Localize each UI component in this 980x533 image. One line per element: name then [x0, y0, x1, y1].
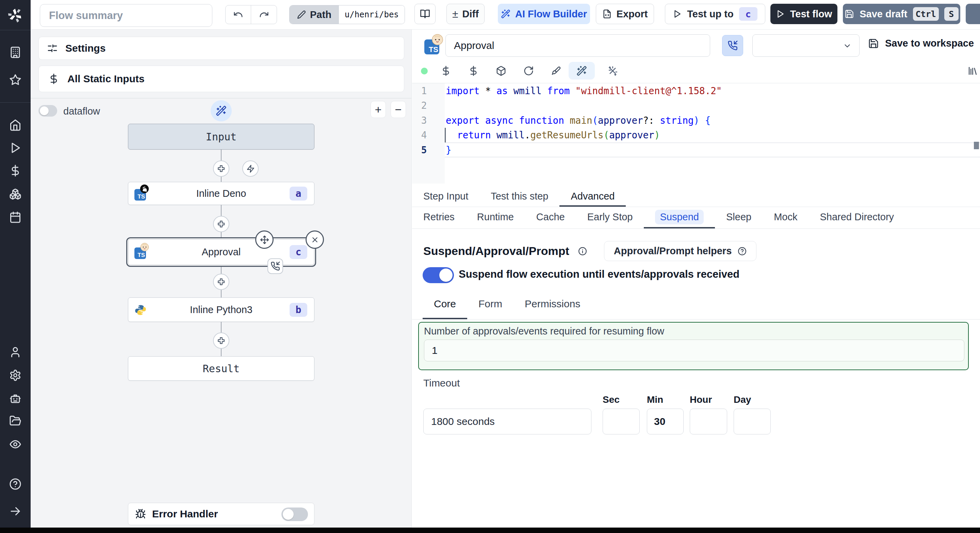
timeout-hour-input[interactable]	[690, 409, 727, 435]
approvals-count-value: 1	[432, 345, 438, 356]
format-brush-icon[interactable]	[551, 66, 562, 76]
code-line: return wmill.getResumeUrls(approver)	[446, 128, 660, 143]
path-edit-button[interactable]: Path	[290, 5, 339, 24]
sidebar-item-settings[interactable]	[0, 369, 30, 381]
test-flow-button[interactable]: Test flow	[770, 4, 837, 24]
add-resource-icon[interactable]	[468, 66, 479, 76]
dataflow-toggle[interactable]	[38, 105, 57, 117]
ai-sparkles-off-button[interactable]	[608, 66, 618, 76]
sidebar-item-workers[interactable]	[0, 392, 30, 405]
timeout-total-input[interactable]: 1800 seconds	[423, 409, 592, 435]
move-node-handle[interactable]	[255, 230, 274, 249]
delete-node-button[interactable]	[305, 230, 324, 249]
error-handler-toggle[interactable]	[282, 508, 308, 521]
reload-icon[interactable]	[523, 66, 534, 76]
tab-mock[interactable]: Mock	[762, 207, 808, 228]
flow-settings-button[interactable]: Settings	[38, 37, 404, 60]
tab-runtime[interactable]: Runtime	[466, 207, 525, 228]
flow-node-b[interactable]: Inline Python3 b	[128, 297, 314, 322]
timeout-total-value: 1800 seconds	[431, 416, 495, 427]
docs-button[interactable]	[414, 4, 436, 24]
save-to-workspace-button[interactable]: Save to workspace	[868, 38, 974, 49]
sidebar-item-favorites[interactable]	[0, 74, 30, 86]
flow-node-a[interactable]: TS Inline Deno a	[128, 182, 314, 205]
ts-letters: TS	[429, 45, 438, 54]
sidebar-item-help[interactable]	[0, 478, 30, 490]
sidebar-item-runs[interactable]	[0, 142, 30, 154]
sidebar-item-workspace[interactable]	[0, 46, 30, 59]
add-step-button[interactable]	[213, 216, 229, 232]
timeout-sec-input[interactable]	[603, 409, 640, 435]
path-value[interactable]: u/henri/bes	[339, 5, 404, 24]
library-button[interactable]	[967, 66, 978, 76]
step-name-input[interactable]: Approval	[445, 34, 710, 57]
sidebar-collapse-button[interactable]	[0, 505, 30, 517]
hour-label: Hour	[690, 394, 712, 405]
flow-node-input[interactable]: Input	[128, 124, 314, 149]
redo-button[interactable]	[251, 5, 277, 24]
sidebar-item-audit-logs[interactable]	[0, 438, 30, 451]
script-picker-select[interactable]	[752, 34, 859, 57]
tab-step-input[interactable]: Step Input	[412, 187, 479, 207]
test-up-to-button[interactable]: Test up to c	[665, 4, 765, 24]
subtab-core[interactable]: Core	[423, 290, 467, 319]
sidebar-item-schedules[interactable]	[0, 211, 30, 223]
suspend-step-badge	[267, 259, 283, 274]
ai-assistant-toggle-active[interactable]	[569, 62, 595, 79]
save-draft-button[interactable]: Save draft Ctrl S	[843, 4, 960, 24]
ai-flow-builder-button[interactable]: AI Flow Builder	[498, 4, 590, 24]
undo-button[interactable]	[226, 5, 251, 24]
windmill-logo-icon[interactable]	[0, 7, 30, 24]
error-handler-bar[interactable]: Error Handler	[128, 503, 314, 525]
add-trigger-button[interactable]	[242, 160, 259, 177]
suspend-flow-toggle[interactable]	[423, 267, 454, 283]
line-number: 2	[412, 98, 436, 113]
add-variable-icon[interactable]	[441, 66, 451, 76]
zoom-in-button[interactable]: +	[371, 101, 386, 118]
sidebar-item-variables[interactable]	[0, 165, 30, 177]
package-icon[interactable]	[496, 66, 506, 76]
tab-suspend[interactable]: Suspend	[644, 207, 715, 228]
sidebar-item-users[interactable]	[0, 346, 30, 358]
subtab-form[interactable]: Form	[467, 290, 514, 319]
diff-button[interactable]: ± Diff	[447, 4, 485, 24]
code-line: export async function main(approver?: st…	[446, 113, 711, 128]
tab-test-this-step[interactable]: Test this step	[479, 187, 559, 207]
flow-node-c[interactable]: TS Approval c	[128, 239, 314, 265]
save-icon	[845, 9, 854, 19]
plus-icon	[217, 336, 225, 345]
subtab-permissions[interactable]: Permissions	[514, 290, 592, 319]
tab-early-stop[interactable]: Early Stop	[576, 207, 644, 228]
tab-sleep[interactable]: Sleep	[715, 207, 762, 228]
flow-node-a-badge: a	[290, 187, 307, 201]
sidebar-item-resources[interactable]	[0, 188, 30, 200]
approval-prompt-helpers-button[interactable]: Approval/Prompt helpers	[604, 241, 756, 261]
code-editor[interactable]: 1 2 3 4 5 import * as wmill from "windmi…	[412, 83, 980, 187]
editor-toolbar	[441, 66, 562, 76]
flow-node-result[interactable]: Result	[128, 356, 314, 381]
zoom-out-button[interactable]: −	[391, 101, 406, 118]
add-step-button[interactable]	[213, 160, 229, 177]
sidebar-item-home[interactable]	[0, 119, 30, 131]
timeout-day-input[interactable]	[733, 409, 771, 435]
timeout-min-input[interactable]: 30	[647, 409, 684, 435]
ai-graph-wand-button[interactable]	[211, 100, 232, 121]
step-tabs: Step Input Test this step Advanced	[412, 187, 980, 207]
add-step-button[interactable]	[213, 274, 229, 290]
panel-divider	[30, 98, 412, 98]
approvals-count-input[interactable]: 1	[424, 339, 964, 361]
windmill-flow-editor: Flow summary Path u/henri/bes ± Diff AI …	[0, 0, 980, 533]
add-step-button[interactable]	[213, 332, 229, 349]
tab-retries[interactable]: Retries	[412, 207, 466, 228]
export-label: Export	[617, 8, 648, 20]
flow-summary-input[interactable]: Flow summary	[40, 4, 212, 27]
sidebar-item-folders[interactable]	[0, 415, 30, 427]
tab-shared-directory[interactable]: Shared Directory	[808, 207, 905, 228]
export-button[interactable]: Export	[596, 4, 654, 24]
tab-advanced[interactable]: Advanced	[559, 187, 626, 207]
deploy-button-partial[interactable]	[966, 4, 980, 24]
all-static-inputs-button[interactable]: All Static Inputs	[38, 66, 404, 92]
suspend-phone-button[interactable]	[722, 35, 743, 56]
tab-cache[interactable]: Cache	[525, 207, 576, 228]
info-icon[interactable]	[578, 247, 587, 255]
